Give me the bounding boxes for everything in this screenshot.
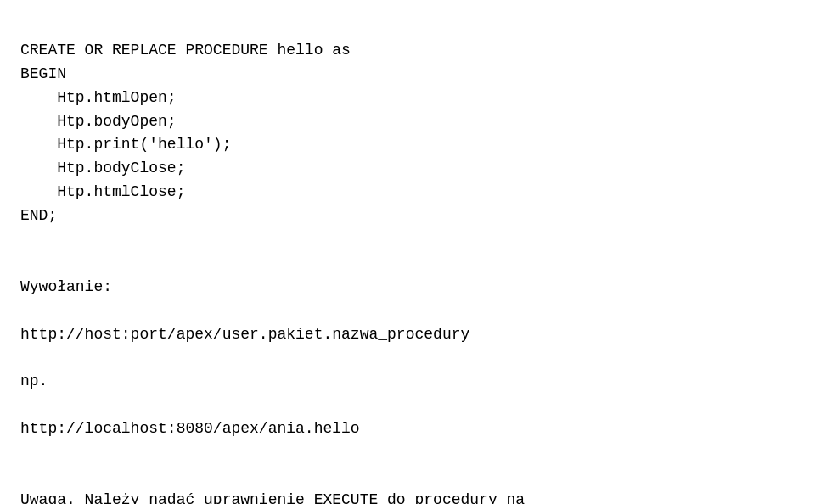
wywolanie-section: Wywołanie: http://host:port/apex/user.pa…	[20, 252, 795, 441]
code-line-8: END;	[20, 207, 57, 224]
code-line-1: CREATE OR REPLACE PROCEDURE hello as	[20, 42, 351, 59]
code-line-5: Htp.print('hello');	[20, 136, 231, 153]
uwaga-section: Uwaga. Należy nadać uprawnienie EXECUTE …	[20, 465, 795, 504]
code-line-7: Htp.htmlClose;	[20, 183, 185, 200]
wywolanie-np-label: np.	[20, 372, 48, 389]
uwaga-text1: Uwaga. Należy nadać uprawnienie EXECUTE …	[20, 491, 525, 504]
wywolanie-url-example: http://localhost:8080/apex/ania.hello	[20, 420, 360, 437]
wywolanie-url-template: http://host:port/apex/user.pakiet.nazwa_…	[20, 326, 469, 343]
wywolanie-label: Wywołanie:	[20, 278, 112, 295]
code-line-3: Htp.htmlOpen;	[20, 89, 177, 106]
code-block: CREATE OR REPLACE PROCEDURE hello as BEG…	[20, 15, 795, 228]
code-line-6: Htp.bodyClose;	[20, 160, 185, 176]
code-line-2: BEGIN	[20, 65, 66, 82]
code-line-4: Htp.bodyOpen;	[20, 113, 177, 130]
